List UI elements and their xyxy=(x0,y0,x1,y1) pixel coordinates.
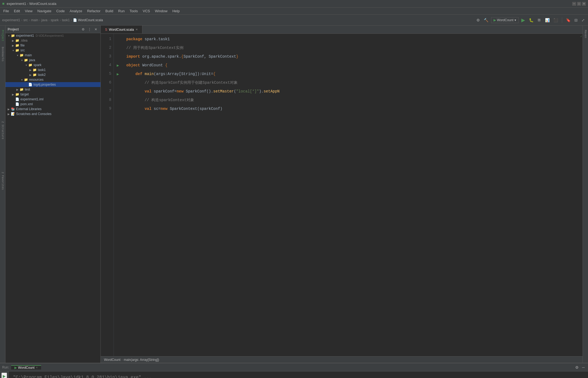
build-button[interactable]: 🔨 xyxy=(483,17,489,23)
run-button[interactable]: ▶ xyxy=(520,17,526,23)
tree-item-src[interactable]: ▾ 📁 src xyxy=(5,48,100,53)
code-line-7: val sparkConf = new SparkConf().setMaste… xyxy=(126,87,579,96)
window-title: experiment1 - WordCount.scala xyxy=(7,2,56,6)
run-config-icon: ▶ xyxy=(494,18,496,22)
run-content: "C:\Program Files\Java\jdk1.8.0_281\bin\… xyxy=(9,371,588,378)
bottom-tabs: Run: ▶ WordCount ✕ ⚙ ─ xyxy=(0,363,588,371)
breadcrumb-project: experiment1 xyxy=(2,18,20,22)
panel-header-icons: ⚙ ⋮ ✕ xyxy=(81,27,98,32)
task1-folder-icon: 📁 xyxy=(33,68,37,72)
settings-button[interactable]: ⚙ xyxy=(475,17,481,23)
tab-wordcount[interactable]: S WordCount.scala ✕ xyxy=(101,26,142,33)
bottom-settings-icon[interactable]: ⚙ xyxy=(574,365,580,370)
tree-item-scratches[interactable]: ▶ 📝 Scratches and Consoles xyxy=(5,111,100,116)
left-sidebar-icons: Project Bookmarks Z Structure 2 Favorite… xyxy=(0,26,5,363)
minimize-button[interactable]: ─ xyxy=(572,2,576,6)
project-sidebar-icon[interactable]: Project xyxy=(1,28,5,44)
menu-refactor[interactable]: Refactor xyxy=(85,8,103,14)
favorites-icon[interactable]: 2 Favorites xyxy=(1,170,5,192)
code-line-9: val sc = new SparkContext(sparkConf) xyxy=(126,104,579,113)
menu-analyze[interactable]: Analyze xyxy=(68,8,84,14)
code-editor[interactable]: 1 2 3 4 5 6 7 8 9 ▶ ▶ xyxy=(101,34,583,363)
file-folder-icon: 📁 xyxy=(15,44,19,47)
tab-wordcount-run[interactable]: ▶ WordCount ✕ xyxy=(11,365,41,370)
editor-area: S WordCount.scala ✕ 1 2 3 4 5 6 7 8 9 xyxy=(101,26,583,363)
tab-wordcount-label: WordCount.scala xyxy=(109,28,134,32)
sync-icon[interactable]: ⚙ xyxy=(81,27,86,32)
coverage-button[interactable]: ⛨ xyxy=(536,17,542,23)
maximize-button[interactable]: □ xyxy=(577,2,581,6)
menu-window[interactable]: Window xyxy=(153,8,170,14)
breadcrumb-src: src xyxy=(23,18,28,22)
debug-button[interactable]: 🐛 xyxy=(528,17,535,23)
pom-file-icon: 📄 xyxy=(15,102,19,106)
code-line-4: object WordCount { xyxy=(126,61,579,70)
stop-button[interactable]: ⬛ xyxy=(552,17,559,23)
window-controls: ─ □ ✕ xyxy=(572,2,586,6)
layout-button[interactable]: ⊟ xyxy=(573,17,579,23)
run-marker-5[interactable]: ▶ xyxy=(114,70,122,78)
run-play-icon[interactable]: ▶ xyxy=(1,373,7,378)
tree-item-task2[interactable]: ▶ 📁 task2 xyxy=(5,72,100,77)
tree-item-log4j[interactable]: 📄 log4j.properties xyxy=(5,82,100,87)
src-folder-icon: 📁 xyxy=(15,48,19,52)
menu-code[interactable]: Code xyxy=(54,8,67,14)
tab-close-icon[interactable]: ✕ xyxy=(136,28,138,31)
tree-item-main[interactable]: ▾ 📁 main xyxy=(5,53,100,58)
breadcrumb-spark: spark xyxy=(51,18,59,22)
code-line-5: def main(args: Array[String]): Unit = { xyxy=(126,70,579,78)
resources-folder-icon: 📁 xyxy=(24,78,28,82)
menu-bar: File Edit View Navigate Code Analyze Ref… xyxy=(0,8,588,15)
run-tab-close-icon[interactable]: ✕ xyxy=(36,366,38,369)
tree-item-idea[interactable]: ▶ 📁 .idea xyxy=(5,38,100,43)
z-structure-icon[interactable]: Z Structure xyxy=(1,119,5,141)
menu-edit[interactable]: Edit xyxy=(12,8,22,14)
menu-vcs[interactable]: VCS xyxy=(140,8,152,14)
profile-button[interactable]: 📊 xyxy=(544,17,551,23)
tab-scala-icon: S xyxy=(105,28,107,32)
tree-item-experiment1[interactable]: ▾ 📁 experiment1 D:\IDEA\experiment1 xyxy=(5,33,100,38)
right-sidebar-icons: Maven xyxy=(583,26,588,363)
menu-help[interactable]: Help xyxy=(170,8,182,14)
tree-item-spark[interactable]: ▾ 📁 spark xyxy=(5,63,100,67)
bookmarks-icon[interactable]: Bookmarks xyxy=(1,45,5,64)
menu-view[interactable]: View xyxy=(23,8,35,14)
menu-build[interactable]: Build xyxy=(103,8,115,14)
bookmark-button[interactable]: 🔖 xyxy=(565,17,572,23)
tree-item-test[interactable]: ▶ 📁 test xyxy=(5,87,100,92)
menu-file[interactable]: File xyxy=(1,8,11,14)
tree-item-file[interactable]: ▶ 📁 file xyxy=(5,43,100,48)
tree-item-pom[interactable]: 📄 pom.xml xyxy=(5,102,100,107)
maven-icon[interactable]: Maven xyxy=(583,28,587,40)
tree-item-iml[interactable]: 📄 experiment1.iml xyxy=(5,97,100,102)
menu-run[interactable]: Run xyxy=(116,8,127,14)
fullscreen-button[interactable]: ⤢ xyxy=(580,17,586,23)
bottom-toolbar-icons: ⚙ ─ xyxy=(574,365,586,370)
tree-item-resources[interactable]: ▾ 📁 resources xyxy=(5,77,100,82)
tree-item-ext-libs[interactable]: ▶ 📚 External Libraries xyxy=(5,107,100,111)
code-line-3: import org.apache.spark.{SparkConf, Spar… xyxy=(126,52,579,61)
menu-navigate[interactable]: Navigate xyxy=(35,8,53,14)
iml-file-icon: 📄 xyxy=(15,97,19,101)
tree-item-target[interactable]: ▶ 📁 target xyxy=(5,92,100,97)
bottom-minimize-icon[interactable]: ─ xyxy=(581,365,586,370)
run-side-icons: ▶ ↺ ⬛ ≡ ⊟ ⊞ 📌 xyxy=(0,371,9,378)
toolbar-breadcrumb: experiment1 › src › main › java › spark … xyxy=(2,18,474,22)
menu-tools[interactable]: Tools xyxy=(127,8,140,14)
code-line-2: // 用于构造SparkContext实例 xyxy=(126,44,579,52)
toolbar-right: ⚙ 🔨 ▶ WordCount ▾ ▶ 🐛 ⛨ 📊 ⬛ 🔖 ⊟ ⤢ xyxy=(475,17,586,23)
run-config-dropdown[interactable]: ▶ WordCount ▾ xyxy=(491,17,519,23)
close-button[interactable]: ✕ xyxy=(582,2,586,6)
breadcrumb-task1: task1 xyxy=(62,18,70,22)
tree-item-java[interactable]: ▾ 📁 java xyxy=(5,58,100,63)
run-marker-4[interactable]: ▶ xyxy=(114,61,122,70)
test-folder-icon: 📁 xyxy=(20,88,24,91)
app-icon: ■ xyxy=(2,2,4,6)
code-line-6: // 构造SparkConf实例用于创建SparkContext对象 xyxy=(126,78,579,87)
settings-icon[interactable]: ⋮ xyxy=(87,27,92,32)
tree-item-task1[interactable]: ▶ 📁 task1 xyxy=(5,67,100,72)
code-lines: package spark.task1 // 用于构造SparkContext实… xyxy=(122,34,579,356)
close-panel-icon[interactable]: ✕ xyxy=(93,27,98,32)
breadcrumb-main-method: main(args: Array[String]) xyxy=(124,358,159,362)
gutter-checkmark: ✓ xyxy=(580,35,582,38)
